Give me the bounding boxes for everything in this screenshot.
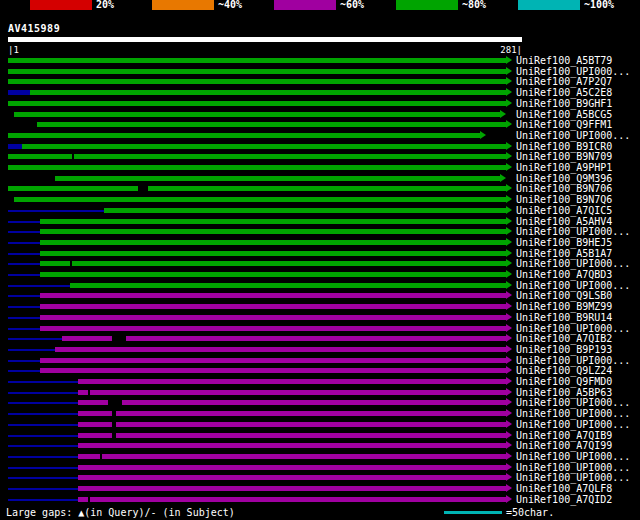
alignment-row: UniRef100_B9MZ99 (0, 301, 640, 312)
hit-label[interactable]: UniRef100_Q9M396 (516, 174, 612, 184)
hit-label[interactable]: UniRef100_UPI000... (516, 463, 630, 473)
unaligned-lead-line (8, 338, 62, 340)
hit-label[interactable]: UniRef100_Q9FFM1 (516, 120, 612, 130)
hit-label[interactable]: UniRef100_UPI000... (516, 473, 630, 483)
hit-bar[interactable] (8, 101, 506, 106)
hit-label[interactable]: UniRef100_A7QIB2 (516, 334, 612, 344)
hit-label[interactable]: UniRef100_A5B1A7 (516, 249, 612, 259)
hit-bar[interactable] (40, 293, 506, 298)
hit-label[interactable]: UniRef100_B9HEJ5 (516, 238, 612, 248)
hit-bar[interactable] (8, 133, 480, 138)
hit-bar[interactable] (78, 422, 506, 427)
hit-bar[interactable] (14, 197, 506, 202)
hit-bar[interactable] (40, 261, 506, 266)
hit-label[interactable]: UniRef100_A7QIB9 (516, 431, 612, 441)
hit-bar[interactable] (78, 454, 506, 459)
hit-bar[interactable] (55, 176, 500, 181)
hit-bar[interactable] (8, 154, 506, 159)
hit-label[interactable]: UniRef100_A5C2E8 (516, 88, 612, 98)
hit-bar[interactable] (104, 208, 506, 213)
hit-label[interactable]: UniRef100_UPI000... (516, 356, 630, 366)
hit-arrowhead-icon (506, 227, 512, 235)
hit-label[interactable]: UniRef100_B9N7Q6 (516, 195, 612, 205)
hit-label[interactable]: UniRef100_A7QLF8 (516, 484, 612, 494)
hit-label[interactable]: UniRef100_UPI000... (516, 409, 630, 419)
hit-label[interactable]: UniRef100_Q9LZ24 (516, 366, 612, 376)
hit-bar[interactable] (30, 90, 506, 95)
hit-bar[interactable] (78, 443, 506, 448)
hit-arrowhead-icon (506, 431, 512, 439)
hit-bar[interactable] (78, 379, 506, 384)
hit-bar[interactable] (8, 165, 506, 170)
hit-bar[interactable] (78, 400, 506, 405)
hit-bar[interactable] (37, 122, 506, 127)
hit-bar[interactable] (78, 486, 506, 491)
hit-bar[interactable] (40, 229, 506, 234)
hit-label[interactable]: UniRef100_B9P193 (516, 345, 612, 355)
hit-label[interactable]: UniRef100_A5BP63 (516, 388, 612, 398)
scale-ruler-line (444, 511, 502, 514)
hit-label[interactable]: UniRef100_UPI000... (516, 67, 630, 77)
hit-label[interactable]: UniRef100_UPI000... (516, 281, 630, 291)
hit-label[interactable]: UniRef100_UPI000... (516, 227, 630, 237)
hit-label[interactable]: UniRef100_B9N706 (516, 184, 612, 194)
alignment-row: UniRef100_Q9LSB0 (0, 290, 640, 301)
hit-label[interactable]: UniRef100_A7QI99 (516, 441, 612, 451)
hit-label[interactable]: UniRef100_UPI000... (516, 398, 630, 408)
hit-bar[interactable] (78, 475, 506, 480)
hit-bar[interactable] (40, 251, 506, 256)
hit-bar[interactable] (78, 465, 506, 470)
hit-bar[interactable] (40, 272, 506, 277)
hit-bar[interactable] (62, 336, 506, 341)
hit-label[interactable]: UniRef100_A7QIC5 (516, 206, 612, 216)
hit-label[interactable]: UniRef100_UPI000... (516, 324, 630, 334)
hit-label[interactable]: UniRef100_UPI000... (516, 452, 630, 462)
unaligned-lead-line (8, 370, 40, 372)
hit-label[interactable]: UniRef100_UPI000... (516, 420, 630, 430)
hit-label[interactable]: UniRef100_Q9LSB0 (516, 291, 612, 301)
hit-bar[interactable] (78, 390, 506, 395)
hit-label[interactable]: UniRef100_Q9FMD0 (516, 377, 612, 387)
scale-ruler-label: =50char. (506, 507, 554, 518)
hit-label[interactable]: UniRef100_A5BT79 (516, 56, 612, 66)
hit-label[interactable]: UniRef100_UPI000... (516, 259, 630, 269)
hit-label[interactable]: UniRef100_B9ICR0 (516, 142, 612, 152)
hit-arrowhead-icon (506, 463, 512, 471)
gap-tick (112, 422, 116, 427)
hit-bar[interactable] (70, 283, 506, 288)
gap-tick (112, 411, 116, 416)
hit-label[interactable]: UniRef100_B9N709 (516, 152, 612, 162)
hit-label[interactable]: UniRef100_A7QBD3 (516, 270, 612, 280)
hit-bar[interactable] (40, 326, 506, 331)
hit-bar[interactable] (22, 144, 506, 149)
alignment-row: UniRef100_A7QID2 (0, 494, 640, 505)
hit-bar[interactable] (40, 315, 506, 320)
hit-bar[interactable] (40, 304, 506, 309)
hit-bar[interactable] (8, 186, 506, 191)
hit-bar[interactable] (8, 69, 506, 74)
hit-label[interactable]: UniRef100_A5AHV4 (516, 217, 612, 227)
hit-label[interactable]: UniRef100_B9GHF1 (516, 99, 612, 109)
hit-label[interactable]: UniRef100_A7QID2 (516, 495, 612, 505)
hit-bar[interactable] (40, 358, 506, 363)
hit-bar[interactable] (78, 497, 506, 502)
hit-bar[interactable] (55, 347, 506, 352)
hit-bar[interactable] (40, 219, 506, 224)
hit-bar[interactable] (78, 433, 506, 438)
hit-bar[interactable] (8, 58, 506, 63)
hit-label[interactable]: UniRef100_B9RU14 (516, 313, 612, 323)
hit-label[interactable]: UniRef100_A9PHP1 (516, 163, 612, 173)
hit-bar[interactable] (40, 240, 506, 245)
hit-label[interactable]: UniRef100_UPI000... (516, 131, 630, 141)
alignment-row: UniRef100_B9RU14 (0, 312, 640, 323)
hit-label[interactable]: UniRef100_B9MZ99 (516, 302, 612, 312)
hit-bar[interactable] (40, 368, 506, 373)
low-identity-segment (8, 144, 22, 149)
hit-bar[interactable] (8, 79, 506, 84)
hit-bar[interactable] (14, 112, 500, 117)
hit-bar[interactable] (78, 411, 506, 416)
alignment-row: UniRef100_A7QIB2 (0, 333, 640, 344)
hit-arrowhead-icon (506, 441, 512, 449)
hit-label[interactable]: UniRef100_A5BCG5 (516, 110, 612, 120)
hit-label[interactable]: UniRef100_A7P2Q7 (516, 77, 612, 87)
